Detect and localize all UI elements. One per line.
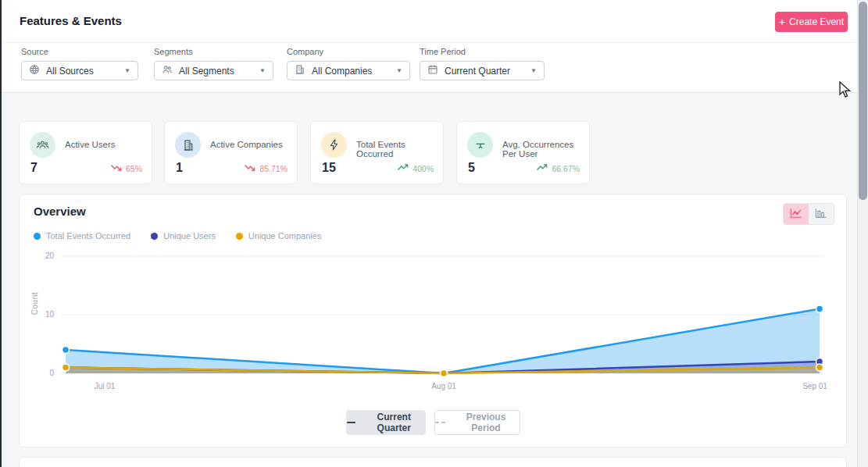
chart-legend: Total Events Occurred Unique Users Uniqu… bbox=[34, 231, 321, 241]
solid-line-icon bbox=[347, 422, 355, 423]
chevron-down-icon: ▼ bbox=[259, 68, 266, 74]
previous-period-button[interactable]: Previous Period bbox=[434, 410, 520, 435]
stat-trend: 65% bbox=[110, 163, 142, 173]
legend-item-total-events: Total Events Occurred bbox=[34, 231, 130, 241]
time-period-value: Current Quarter bbox=[445, 66, 524, 77]
stat-label: Avg. Occurrences Per User bbox=[502, 140, 589, 159]
overview-title: Overview bbox=[34, 205, 86, 218]
stat-value: 1 bbox=[176, 161, 183, 175]
time-period-select[interactable]: Current Quarter ▼ bbox=[420, 61, 545, 80]
filter-company: Company All Companies ▼ bbox=[287, 47, 410, 80]
legend-dot-yellow bbox=[236, 233, 243, 240]
stat-value: 7 bbox=[30, 161, 38, 175]
users-icon bbox=[162, 64, 173, 78]
lightning-icon bbox=[321, 132, 347, 158]
stat-value: 15 bbox=[322, 161, 336, 175]
trending-down-icon bbox=[110, 163, 122, 173]
legend-item-unique-companies: Unique Companies bbox=[236, 231, 322, 241]
y-tick-0: 0 bbox=[37, 369, 54, 377]
source-value: All Sources bbox=[46, 66, 118, 77]
building-icon bbox=[175, 132, 201, 158]
globe-icon bbox=[29, 64, 40, 78]
next-section-panel bbox=[19, 457, 847, 467]
bar-chart-icon bbox=[815, 208, 827, 221]
legend-dot-blue bbox=[34, 233, 41, 240]
stat-trend: 85.71% bbox=[244, 163, 288, 173]
vertical-scrollbar-track[interactable] bbox=[857, 0, 868, 467]
stat-card-total-events: Total Events Occurred 15 400% bbox=[310, 121, 444, 184]
stat-label: Active Users bbox=[65, 140, 116, 149]
y-tick-10: 10 bbox=[37, 310, 54, 319]
users-group-icon bbox=[30, 132, 55, 158]
dashed-line-icon bbox=[435, 422, 445, 423]
company-select[interactable]: All Companies ▼ bbox=[287, 61, 410, 80]
line-chart-icon bbox=[790, 208, 802, 221]
page-title: Features & Events bbox=[20, 14, 122, 27]
y-tick-20: 20 bbox=[37, 251, 54, 260]
segments-value: All Segments bbox=[179, 66, 253, 77]
gauge-icon bbox=[467, 132, 493, 158]
top-bar bbox=[2, 0, 857, 43]
stat-trend: 66.67% bbox=[536, 163, 580, 173]
x-tick-jul: Jul 01 bbox=[95, 382, 116, 390]
source-select[interactable]: All Sources ▼ bbox=[21, 61, 138, 80]
segments-select[interactable]: All Segments ▼ bbox=[154, 61, 273, 80]
plus-icon: + bbox=[779, 16, 785, 27]
filter-segments: Segments All Segments ▼ bbox=[154, 47, 273, 80]
legend-dot-indigo bbox=[151, 233, 158, 240]
vertical-scrollbar-thumb[interactable] bbox=[859, 2, 867, 200]
stat-label: Active Companies bbox=[210, 140, 283, 149]
chevron-down-icon: ▼ bbox=[396, 68, 402, 74]
building-icon bbox=[295, 64, 305, 78]
filter-source: Source All Sources ▼ bbox=[21, 47, 138, 80]
company-value: All Companies bbox=[312, 66, 390, 77]
chart-type-toggle bbox=[783, 203, 834, 225]
stat-card-avg-occurrences: Avg. Occurrences Per User 5 66.67% bbox=[456, 121, 590, 184]
features-events-page: Features & Events + Create Event Source … bbox=[0, 0, 868, 467]
x-tick-sep: Sep 01 bbox=[802, 382, 827, 390]
stat-card-active-companies: Active Companies 1 85.71% bbox=[164, 121, 298, 184]
filter-source-label: Source bbox=[21, 47, 138, 56]
filter-time-period: Time Period Current Quarter ▼ bbox=[420, 47, 545, 80]
chevron-down-icon: ▼ bbox=[530, 68, 537, 74]
line-chart-toggle-button[interactable] bbox=[784, 204, 809, 224]
filter-segments-label: Segments bbox=[154, 47, 273, 56]
filter-company-label: Company bbox=[287, 47, 410, 56]
legend-item-unique-users: Unique Users bbox=[151, 231, 216, 241]
trending-up-icon bbox=[397, 163, 409, 173]
filter-time-period-label: Time Period bbox=[420, 47, 545, 56]
trending-down-icon bbox=[244, 163, 255, 173]
overview-area-chart[interactable] bbox=[59, 249, 840, 382]
chevron-down-icon: ▼ bbox=[124, 68, 130, 74]
create-event-button[interactable]: + Create Event bbox=[775, 12, 848, 32]
calendar-icon bbox=[427, 64, 438, 78]
bar-chart-toggle-button[interactable] bbox=[809, 204, 834, 224]
trending-up-icon bbox=[536, 163, 548, 173]
stat-card-active-users: Active Users 7 65% bbox=[19, 121, 152, 184]
stat-value: 5 bbox=[468, 161, 475, 175]
overview-panel: Overview Total Events Occurred Unique Us… bbox=[19, 194, 847, 447]
x-tick-aug: Aug 01 bbox=[431, 382, 456, 390]
current-quarter-button[interactable]: Current Quarter bbox=[346, 410, 426, 435]
stat-trend: 400% bbox=[397, 163, 434, 173]
stat-label: Total Events Occurred bbox=[356, 140, 443, 159]
create-event-label: Create Event bbox=[789, 16, 844, 27]
